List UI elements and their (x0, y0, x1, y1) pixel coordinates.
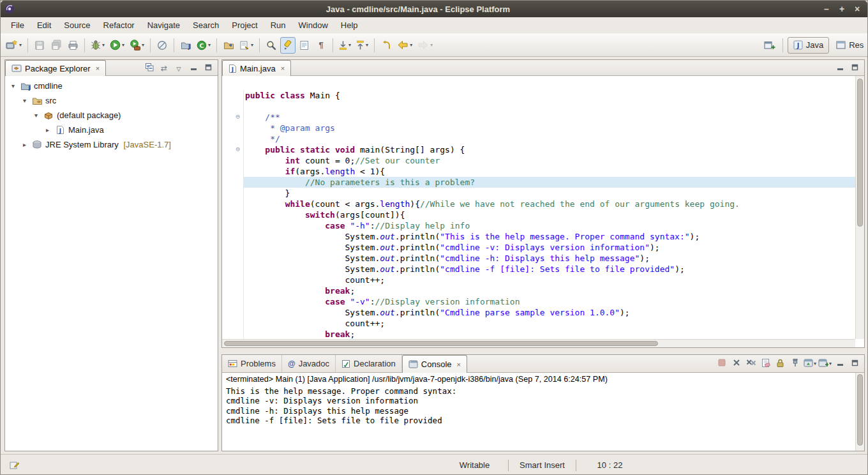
back-history-dropdown-icon[interactable]: ▾ (410, 42, 412, 48)
run-external-tools-dropdown-icon[interactable]: ▾ (142, 42, 144, 48)
tab-problems[interactable]: Problems (222, 355, 282, 372)
minimize-view-button[interactable] (834, 358, 846, 370)
menu-project[interactable]: Project (225, 19, 264, 32)
menu-window[interactable]: Window (292, 19, 334, 32)
editor-view: J Main.java × public class Main {⊖ /** *… (221, 59, 865, 348)
menu-file[interactable]: File (4, 19, 31, 32)
run-button[interactable]: ▾ (108, 37, 126, 54)
new-wizard-button[interactable]: ▾ (4, 37, 24, 54)
open-perspective-button[interactable] (762, 37, 777, 54)
collapse-arrow-icon[interactable]: ▾ (32, 112, 40, 119)
show-whitespace-button[interactable]: ¶ (313, 37, 329, 54)
console-output[interactable]: This is the help message. Proper command… (222, 384, 864, 428)
status-insert-mode[interactable]: Smart Insert (509, 460, 576, 470)
fold-collapse-icon[interactable]: ⊖ (222, 144, 244, 155)
debug-dropdown-icon[interactable]: ▾ (102, 42, 105, 48)
minimize-view-button[interactable] (187, 61, 200, 74)
fold-gutter (222, 133, 244, 144)
close-tab-icon[interactable]: × (96, 64, 100, 72)
editor-surface[interactable]: public class Main {⊖ /** * @param args *… (222, 76, 864, 347)
menu-navigate[interactable]: Navigate (141, 19, 186, 32)
clear-console-button[interactable] (760, 358, 772, 370)
collapse-arrow-icon[interactable]: ▾ (9, 82, 17, 89)
save-button[interactable] (32, 37, 47, 54)
next-annotation-button[interactable]: ▾ (337, 37, 353, 54)
open-console-dropdown-icon[interactable]: ▾ (829, 361, 832, 366)
tab-declaration[interactable]: Declaration (336, 355, 402, 372)
tree-item-src[interactable]: ▾src (5, 93, 218, 108)
remove-all-terminated-launches-button[interactable] (745, 358, 758, 370)
last-edit-location-button[interactable] (378, 37, 394, 54)
new-java-class-dropdown-icon[interactable]: ▾ (208, 42, 211, 48)
java-perspective-button[interactable]: J Java (788, 37, 829, 54)
open-task-button[interactable] (221, 37, 236, 54)
new-java-class-button[interactable]: C▾ (195, 37, 213, 54)
display-selected-console-button[interactable]: ▾ (804, 358, 816, 370)
debug-button[interactable]: ▾ (89, 37, 107, 54)
menu-edit[interactable]: Edit (31, 19, 57, 32)
status-trim-icon[interactable] (10, 460, 20, 470)
expand-arrow-icon[interactable]: ▸ (20, 141, 29, 148)
new-task-button[interactable]: ▾ (237, 37, 255, 54)
tab-main-java[interactable]: J Main.java × (222, 60, 291, 76)
forward-history-button[interactable]: ▾ (415, 37, 435, 54)
code-line-14: System.out.println("This is the help mes… (222, 231, 855, 242)
minimize-window-button[interactable]: – (820, 3, 833, 15)
tree-item-default-package[interactable]: ▾(default package) (5, 108, 218, 123)
maximize-view-button[interactable] (202, 61, 214, 74)
view-menu-button[interactable]: ▽ (172, 61, 185, 74)
close-tab-icon[interactable]: × (457, 361, 461, 368)
expand-arrow-icon[interactable]: ▸ (43, 126, 52, 133)
tab-javadoc[interactable]: @Javadoc (282, 355, 336, 372)
tree-item-main-java[interactable]: ▸JMain.java (5, 123, 218, 137)
forward-history-dropdown-icon[interactable]: ▾ (430, 42, 433, 48)
link-with-editor-button[interactable]: ⇄ (158, 61, 170, 74)
back-history-button[interactable]: ▾ (395, 37, 414, 54)
fold-collapse-icon[interactable]: ⊖ (222, 112, 244, 123)
menu-source[interactable]: Source (57, 19, 96, 32)
tab-package-explorer[interactable]: Package Explorer × (5, 60, 106, 76)
tree-item-jre-system-library[interactable]: ▸JRE System Library [JavaSE-1.7] (5, 137, 218, 152)
resource-perspective-button[interactable]: Res (830, 37, 868, 54)
display-selected-console-dropdown-icon[interactable]: ▾ (814, 361, 816, 366)
search-button[interactable] (264, 37, 279, 54)
editor-horizontal-scrollbar[interactable] (222, 339, 855, 347)
show-selected-element-only-button[interactable] (297, 37, 312, 54)
scroll-lock-button[interactable] (774, 358, 787, 370)
new-task-dropdown-icon[interactable]: ▾ (251, 42, 253, 48)
console-scroll-thumb[interactable] (857, 374, 863, 446)
menu-refactor[interactable]: Refactor (97, 19, 141, 32)
close-window-button[interactable]: × (851, 3, 864, 15)
collapse-all-button[interactable] (143, 61, 156, 74)
toggle-mark-occurrences-button[interactable] (280, 37, 296, 54)
console-scrollbar[interactable] (855, 373, 864, 451)
menu-help[interactable]: Help (334, 19, 364, 32)
run-external-tools-button[interactable]: ▾ (128, 37, 146, 54)
editor-vertical-scrollbar[interactable] (855, 76, 864, 339)
editor-vscroll-thumb[interactable] (857, 79, 863, 227)
skip-all-breakpoints-button[interactable] (154, 37, 170, 54)
open-console-button[interactable]: ▾ (818, 358, 832, 370)
previous-annotation-dropdown-icon[interactable]: ▾ (366, 42, 368, 48)
print-button[interactable] (65, 37, 80, 54)
save-all-button[interactable] (49, 37, 64, 54)
next-annotation-dropdown-icon[interactable]: ▾ (348, 42, 351, 48)
maximize-view-button[interactable] (848, 61, 861, 74)
menu-run[interactable]: Run (264, 19, 292, 32)
tab-console[interactable]: Console× (402, 355, 467, 373)
terminate-button[interactable] (715, 358, 728, 370)
new-java-project-button[interactable]: J (178, 37, 193, 54)
run-dropdown-icon[interactable]: ▾ (122, 42, 124, 48)
tree-item-cmdline[interactable]: ▾Jcmdline (5, 79, 218, 93)
remove-launch-button[interactable] (730, 358, 743, 370)
editor-hscroll-thumb[interactable] (224, 341, 658, 346)
pin-console-button[interactable] (789, 358, 802, 370)
maximize-window-button[interactable]: + (835, 3, 848, 15)
collapse-arrow-icon[interactable]: ▾ (20, 97, 29, 104)
previous-annotation-button[interactable]: ▾ (354, 37, 370, 54)
new-wizard-dropdown-icon[interactable]: ▾ (19, 42, 22, 48)
close-tab-icon[interactable]: × (281, 64, 285, 72)
menu-search[interactable]: Search (186, 19, 225, 32)
minimize-view-button[interactable] (834, 61, 846, 74)
maximize-view-button[interactable] (848, 358, 861, 370)
